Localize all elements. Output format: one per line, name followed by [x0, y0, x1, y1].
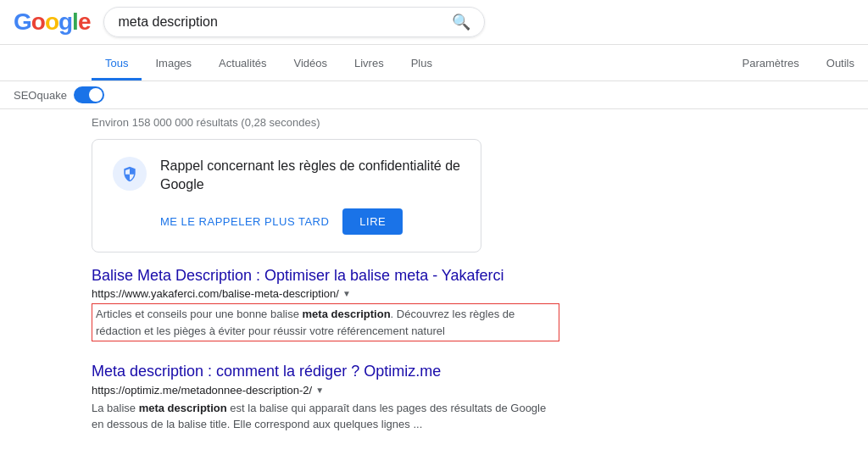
- result-item: Balise Meta Description : Optimiser la b…: [92, 266, 559, 341]
- seoquake-toggle[interactable]: [74, 86, 104, 103]
- search-bar[interactable]: 🔍: [103, 7, 485, 37]
- seoquake-label: SEOquake: [14, 89, 67, 102]
- google-logo: Google: [14, 8, 90, 36]
- shield-icon: [121, 165, 138, 182]
- tab-outils[interactable]: Outils: [813, 48, 868, 80]
- results-count: Environ 158 000 000 résultats (0,28 seco…: [0, 109, 868, 132]
- dropdown-icon[interactable]: ▼: [315, 386, 324, 395]
- search-icon[interactable]: 🔍: [452, 13, 470, 31]
- result-item: Meta description : comment la rédiger ? …: [92, 362, 559, 432]
- seoquake-bar: SEOquake: [0, 81, 868, 109]
- nav-tabs: Tous Images Actualités Vidéos Livres Plu…: [0, 45, 868, 81]
- remind-later-button[interactable]: ME LE RAPPELER PLUS TARD: [160, 215, 329, 228]
- highlighted-snippet: Articles et conseils pour une bonne bali…: [92, 303, 559, 341]
- tab-images[interactable]: Images: [142, 48, 205, 80]
- result-url-row: https://optimiz.me/metadonnee-descriptio…: [92, 384, 559, 397]
- tab-plus[interactable]: Plus: [398, 48, 446, 80]
- privacy-notice: Rappel concernant les règles de confiden…: [92, 139, 481, 252]
- privacy-icon: [113, 157, 147, 191]
- privacy-actions: ME LE RAPPELER PLUS TARD LIRE: [160, 208, 460, 235]
- result-title[interactable]: Meta description : comment la rédiger ? …: [92, 362, 559, 381]
- tab-tous[interactable]: Tous: [92, 48, 142, 80]
- result-url-row: https://www.yakaferci.com/balise-meta-de…: [92, 287, 559, 300]
- tab-actualites[interactable]: Actualités: [205, 48, 280, 80]
- result-url: https://optimiz.me/metadonnee-descriptio…: [92, 384, 312, 397]
- dropdown-icon[interactable]: ▼: [342, 289, 351, 298]
- tab-videos[interactable]: Vidéos: [280, 48, 341, 80]
- privacy-content: Rappel concernant les règles de confiden…: [160, 157, 460, 235]
- result-title[interactable]: Balise Meta Description : Optimiser la b…: [92, 266, 559, 286]
- search-results: Balise Meta Description : Optimiser la b…: [0, 266, 559, 455]
- result-url: https://www.yakaferci.com/balise-meta-de…: [92, 287, 339, 300]
- tab-parametres[interactable]: Paramètres: [729, 48, 813, 80]
- tab-livres[interactable]: Livres: [341, 48, 398, 80]
- result-snippet: La balise meta description est la balise…: [92, 400, 559, 433]
- header: Google 🔍: [0, 0, 868, 45]
- privacy-title: Rappel concernant les règles de confiden…: [160, 157, 460, 195]
- result-snippet: Articles et conseils pour une bonne bali…: [92, 303, 559, 341]
- read-button[interactable]: LIRE: [342, 208, 403, 235]
- search-input[interactable]: [118, 14, 452, 30]
